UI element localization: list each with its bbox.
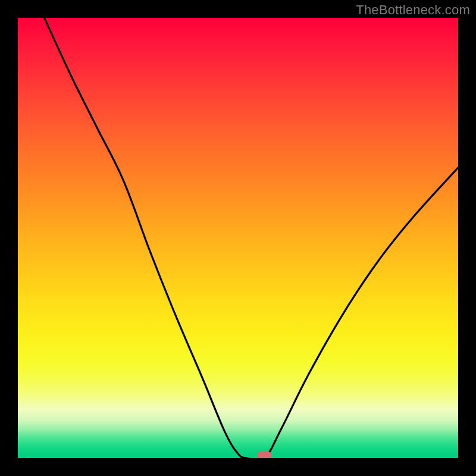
- bottleneck-curve: [44, 18, 458, 458]
- curve-layer: [18, 18, 458, 458]
- attribution-label: TheBottleneck.com: [356, 2, 470, 18]
- plot-area: [18, 18, 458, 458]
- optimum-marker: [257, 452, 271, 459]
- chart-stage: TheBottleneck.com: [0, 0, 476, 476]
